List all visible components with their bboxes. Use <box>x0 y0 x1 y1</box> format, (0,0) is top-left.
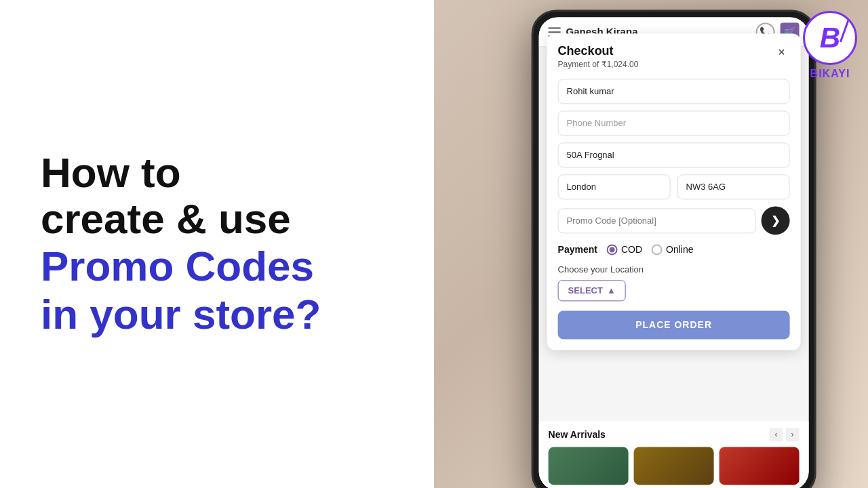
left-panel: How to create & use Promo Codes in your … <box>0 0 434 488</box>
bikayi-b-letter: B <box>820 24 840 52</box>
headline-promo-codes: Promo Codes <box>41 243 314 289</box>
name-input[interactable] <box>558 79 790 104</box>
prev-arrow-icon: ‹ <box>775 430 778 439</box>
phone-frame: Ganesh Kirana 📞 🛒 Checkout Payment of ₹1… <box>532 9 816 488</box>
payment-section: Payment COD Online <box>558 244 790 255</box>
promo-arrow-icon: ❯ <box>771 214 780 227</box>
new-arrivals-header: New Arrivals ‹ › <box>549 428 800 441</box>
modal-title-group: Checkout Payment of ₹1,024.00 <box>558 44 639 69</box>
close-button[interactable]: × <box>774 44 790 60</box>
headline-promo: Promo Codes <box>41 242 393 290</box>
new-arrivals-title: New Arrivals <box>549 429 606 440</box>
headline-store: in your store? <box>41 290 393 338</box>
modal-subtitle: Payment of ₹1,024.00 <box>558 60 639 69</box>
payment-row: Payment COD Online <box>558 244 790 255</box>
select-arrow-icon: ▲ <box>607 285 616 296</box>
product-thumbnail-1[interactable] <box>549 447 629 485</box>
modal-title: Checkout <box>558 44 639 58</box>
address-input[interactable] <box>558 142 790 167</box>
new-arrivals-section: New Arrivals ‹ › <box>539 421 809 488</box>
right-panel: Ganesh Kirana 📞 🛒 Checkout Payment of ₹1… <box>434 0 868 488</box>
online-label: Online <box>666 244 693 255</box>
promo-submit-button[interactable]: ❯ <box>762 206 790 235</box>
product-thumbnail-3[interactable] <box>719 447 800 485</box>
headline-in-store: in your store? <box>41 291 321 338</box>
next-arrow-icon: › <box>791 430 794 439</box>
payment-label: Payment <box>558 244 597 255</box>
city-input[interactable] <box>558 174 671 199</box>
cod-radio[interactable] <box>607 244 618 255</box>
city-pincode-row <box>558 174 790 199</box>
place-order-label: PLACE ORDER <box>635 319 712 330</box>
nav-arrows: ‹ › <box>770 428 800 441</box>
location-section: Choose your Location SELECT ▲ <box>558 264 790 301</box>
bikayi-text: BIKAYI <box>810 68 850 80</box>
phone-screen-inner: Ganesh Kirana 📞 🛒 Checkout Payment of ₹1… <box>539 17 809 488</box>
cod-option[interactable]: COD <box>607 244 642 255</box>
pincode-input[interactable] <box>677 174 790 199</box>
online-radio[interactable] <box>652 244 663 255</box>
prev-arrow-button[interactable]: ‹ <box>770 428 783 441</box>
promo-input[interactable] <box>558 208 756 233</box>
headline-how-to: How to <box>41 149 181 196</box>
place-order-button[interactable]: PLACE ORDER <box>558 310 790 339</box>
modal-header: Checkout Payment of ₹1,024.00 × <box>558 44 790 69</box>
location-label: Choose your Location <box>558 264 790 274</box>
product-thumbnail-2[interactable] <box>634 447 714 485</box>
select-location-button[interactable]: SELECT ▲ <box>558 280 626 301</box>
bikayi-slash-icon <box>840 19 850 43</box>
promo-row: ❯ <box>558 206 790 235</box>
phone-screen: Ganesh Kirana 📞 🛒 Checkout Payment of ₹1… <box>539 17 809 488</box>
bikayi-circle: B <box>803 11 857 65</box>
select-label: SELECT <box>568 285 603 296</box>
next-arrow-button[interactable]: › <box>786 428 800 441</box>
bikayi-logo: B BIKAYI <box>803 11 857 80</box>
headline-create-use: create & use <box>41 195 291 242</box>
checkout-modal: Checkout Payment of ₹1,024.00 × <box>547 33 801 350</box>
headline-line2: create & use <box>41 196 393 242</box>
cod-label: COD <box>621 244 642 255</box>
online-option[interactable]: Online <box>652 244 693 255</box>
headline-line1: How to <box>41 150 393 196</box>
products-row <box>549 447 800 485</box>
phone-input[interactable] <box>558 110 790 136</box>
